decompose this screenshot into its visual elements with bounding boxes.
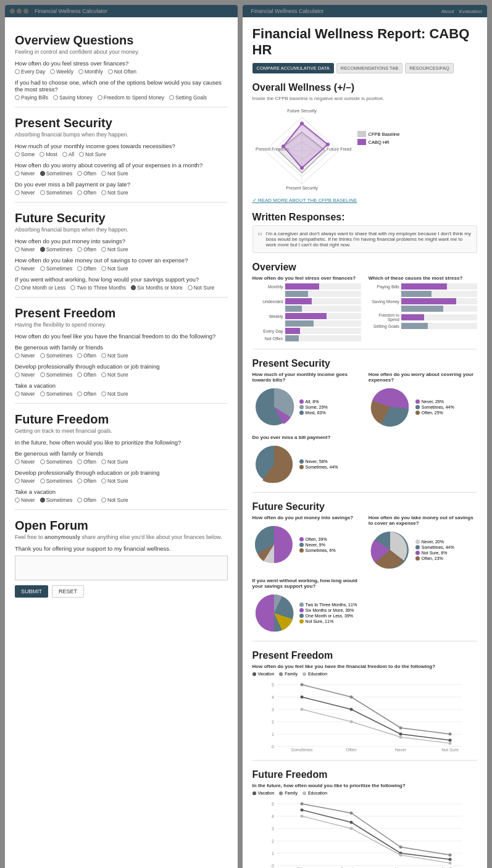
fs-pie2-container: Never, 20% Sometimes, 44% Not Sure, 8% O… xyxy=(369,528,477,572)
overall-wellness-desc: Inside the CFPB baseline is negative and… xyxy=(252,96,477,101)
ff-sq1-opts: Never Sometimes Often Not Sure xyxy=(15,459,228,465)
q1-opt3[interactable]: Monthly xyxy=(78,69,103,75)
pf-sq1-opts: Never Sometimes Often Not Sure xyxy=(15,353,228,359)
svg-text:Sometimes: Sometimes xyxy=(291,748,313,752)
tab-resources[interactable]: RESOURCES/FAQ xyxy=(405,63,454,73)
r1[interactable] xyxy=(15,69,20,74)
ps-q2-o1[interactable]: Never xyxy=(15,170,35,177)
ff-sq3-o4[interactable]: Not Sure xyxy=(101,497,128,503)
ps-q3-o3[interactable]: Often xyxy=(77,190,96,196)
ff-sq1-o1[interactable]: Never xyxy=(15,459,35,465)
pf-sq1-o3[interactable]: Often xyxy=(77,353,96,359)
pf-sq2-o3[interactable]: Often xyxy=(77,372,96,378)
overview-charts: How often do you feel stress over financ… xyxy=(252,275,477,341)
ps-q3-o1[interactable]: Never xyxy=(15,190,35,196)
pf-sq1-o4[interactable]: Not Sure xyxy=(101,353,128,359)
ps-q3-o2[interactable]: Sometimes xyxy=(40,190,73,196)
ps-pie3-container: Never, 58% Sometimes, 44% xyxy=(252,443,361,486)
ps-q1-o2[interactable]: Most xyxy=(40,151,57,157)
pf-sq2-o2[interactable]: Sometimes xyxy=(40,372,73,378)
fs-q3-o4[interactable]: Not Sure xyxy=(188,285,215,291)
pf-sq3-o2[interactable]: Sometimes xyxy=(40,391,73,397)
radar-legend: CFPB Baseline CABQ HR xyxy=(357,131,400,145)
ff-sq2-o2[interactable]: Sometimes xyxy=(40,478,73,484)
nav-evaluation[interactable]: Evaluation xyxy=(459,9,482,14)
r3[interactable] xyxy=(78,69,83,74)
nav-about[interactable]: About xyxy=(441,9,454,14)
svg-text:3: 3 xyxy=(272,827,274,831)
svg-text:1: 1 xyxy=(272,732,274,737)
ps-q2-o2[interactable]: Sometimes xyxy=(40,170,73,177)
ps-pie1-legend: All, 8% Some, 29% Most, 63% xyxy=(299,399,328,415)
ff-sq3-o3[interactable]: Often xyxy=(77,497,96,503)
q1-opt2[interactable]: Weekly xyxy=(50,69,73,75)
r2[interactable] xyxy=(50,69,55,74)
fs-q2-o4[interactable]: Not Sure xyxy=(101,265,128,272)
fs-q2-opts: Never Sometimes Often Not Sure xyxy=(15,265,228,272)
pf-sq1-o1[interactable]: Never xyxy=(15,353,35,359)
left-content: Overview Questions Feeling in control an… xyxy=(5,17,238,868)
ff-sq2-o3[interactable]: Often xyxy=(77,478,96,484)
ps-q1-o4[interactable]: Not Sure xyxy=(79,151,106,157)
tab-compare[interactable]: COMPARE ACCUMULATIVE DATA xyxy=(252,63,334,73)
svg-text:2: 2 xyxy=(272,720,274,724)
ff-sq1-o2[interactable]: Sometimes xyxy=(40,459,73,465)
ff-sq2-o1[interactable]: Never xyxy=(15,478,35,484)
q2-opt2[interactable]: Saving Money xyxy=(53,94,93,101)
fs-q3-o2[interactable]: Two to Three Months xyxy=(70,285,126,291)
ps-q1-o1[interactable]: Some xyxy=(15,151,35,157)
legend-cabq: CABQ HR xyxy=(357,139,400,145)
ps-q2-o4[interactable]: Not Sure xyxy=(101,170,128,177)
tab-recommendations[interactable]: RECOMMENDATIONS TAB xyxy=(336,63,402,73)
svg-point-50 xyxy=(399,736,402,739)
fs-q1-o2[interactable]: Sometimes xyxy=(40,246,73,252)
q2-opt4[interactable]: Setting Goals xyxy=(169,94,207,101)
ff-sq2-o4[interactable]: Not Sure xyxy=(101,478,128,484)
ff-sq1-o4[interactable]: Not Sure xyxy=(101,459,128,465)
fs-q3-o3[interactable]: Six Months or More xyxy=(131,285,183,291)
r8[interactable] xyxy=(169,95,174,100)
ps-q3-o4[interactable]: Not Sure xyxy=(101,190,128,196)
pf-legend: Vacation Family Education xyxy=(252,672,477,676)
reset-button[interactable]: RESET xyxy=(52,585,84,598)
svg-text:5: 5 xyxy=(272,802,274,806)
ff-sq3-o1[interactable]: Never xyxy=(15,497,35,503)
r4[interactable] xyxy=(108,69,113,74)
fs-q1-o4[interactable]: Not Sure xyxy=(101,246,128,252)
fs-q1-o1[interactable]: Never xyxy=(15,246,35,252)
q1-opt4[interactable]: Not Often xyxy=(108,69,136,75)
q1-opt1[interactable]: Every Day xyxy=(15,69,45,75)
r5[interactable] xyxy=(15,95,20,100)
q2-opt1[interactable]: Paying Bills xyxy=(15,94,48,101)
pf-sq3-o1[interactable]: Never xyxy=(15,391,35,397)
svg-text:Not Sure: Not Sure xyxy=(441,748,459,752)
fs-q2-o1[interactable]: Never xyxy=(15,265,35,272)
fs-pie2: How often do you take money out of savin… xyxy=(369,515,477,572)
open-forum-textarea[interactable] xyxy=(15,556,228,580)
fs-q2-o3[interactable]: Often xyxy=(77,265,96,272)
pf-sq3-o4[interactable]: Not Sure xyxy=(101,391,128,397)
fs-q2: How often do you take money out of savin… xyxy=(15,257,228,264)
submit-button[interactable]: SUBMIT xyxy=(15,585,48,598)
left-panel: Financial Wellness Calculator Overview Q… xyxy=(5,5,238,868)
pf-sq1-o2[interactable]: Sometimes xyxy=(40,353,73,359)
bar-monthly: Monthly xyxy=(252,283,361,290)
r7[interactable] xyxy=(98,95,102,100)
ps-q1-o3[interactable]: All xyxy=(62,151,74,157)
pf-sq2-o4[interactable]: Not Sure xyxy=(101,372,128,378)
ff-sq3-o2[interactable]: Sometimes xyxy=(40,497,73,503)
ps-q2-o3[interactable]: Often xyxy=(77,170,96,177)
pf-sq3-o3[interactable]: Often xyxy=(77,391,96,397)
ff-sq1-o3[interactable]: Often xyxy=(77,459,96,465)
right-header: Financial Wellness Calculator About Eval… xyxy=(243,5,487,17)
q2-opt3[interactable]: Freedom to Spend Money xyxy=(98,94,164,101)
svg-point-40 xyxy=(300,696,303,699)
r6[interactable] xyxy=(53,95,58,100)
fs-q2-o2[interactable]: Sometimes xyxy=(40,265,73,272)
ff-sq3-opts: Never Sometimes Often Not Sure xyxy=(15,497,228,503)
read-more-link[interactable]: ✓ READ MORE ABOUT THE CFPB BASELINE xyxy=(252,198,477,203)
fs-q1-o3[interactable]: Often xyxy=(77,246,96,252)
fs-q3-o1[interactable]: One Month or Less xyxy=(15,285,65,291)
quote-text: I'm a caregiver and don't always want to… xyxy=(266,231,472,248)
pf-sq2-o1[interactable]: Never xyxy=(15,372,35,378)
